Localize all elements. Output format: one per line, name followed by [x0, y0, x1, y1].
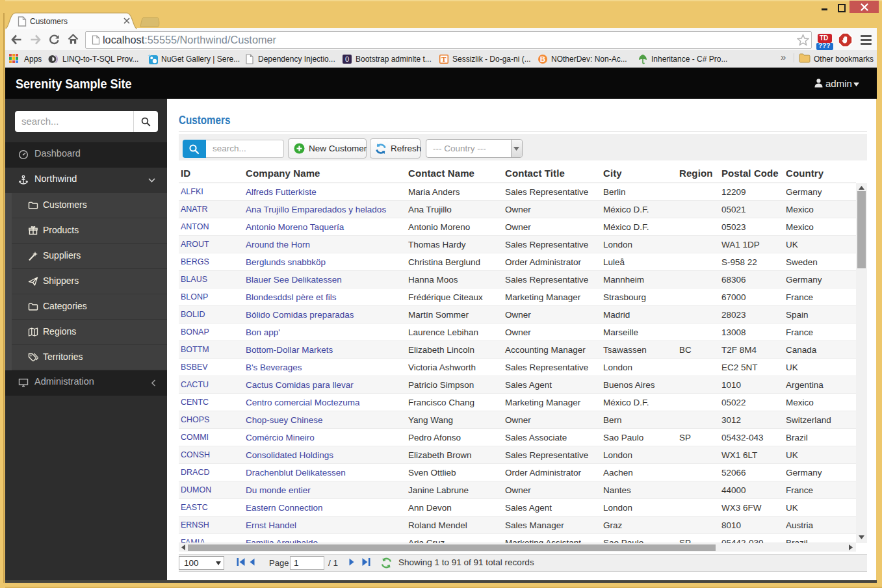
- svg-text:B: B: [540, 55, 545, 63]
- svg-text:0: 0: [345, 55, 349, 63]
- svg-text:T: T: [441, 55, 447, 63]
